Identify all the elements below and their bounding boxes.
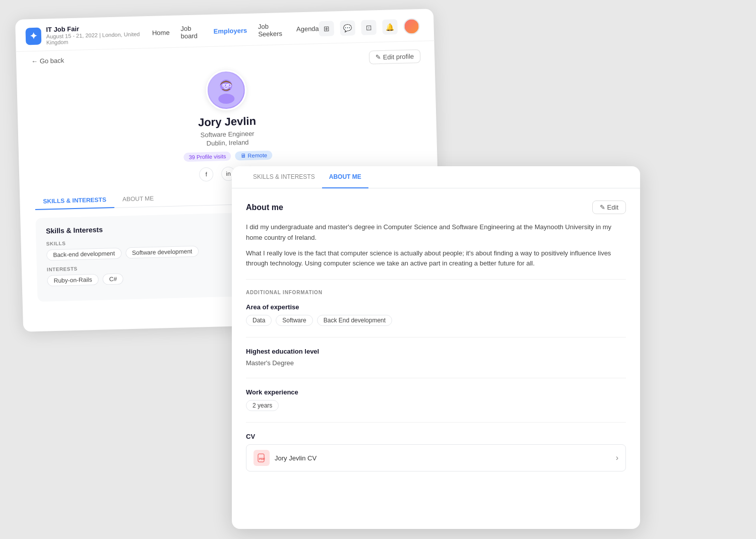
brand-subtitle: August 15 - 21, 2022 | London, United Ki… [46,31,153,45]
education-title: Highest education level [246,348,626,355]
nav-employers[interactable]: Employers [213,27,247,35]
tag-ruby: Ruby-on-Rails [47,274,99,287]
profile-avatar [206,70,247,111]
nav-agenda[interactable]: Agenda [296,25,319,33]
messages-icon[interactable]: ⊞ [319,21,334,36]
facebook-icon[interactable]: f [199,167,214,182]
divider-3 [246,378,626,378]
about-title: About me [246,203,283,212]
pdf-icon: PDF [254,450,270,466]
bell-icon[interactable]: 🔔 [382,19,398,35]
tag-backend-dev: Back End development [317,315,392,326]
remote-badge: 🖥 Remote [235,151,272,161]
divider [246,279,626,280]
nav-icons: ⊞ 💬 ⊡ 🔔 [319,18,420,36]
profile-title: Software Engineer [200,130,254,139]
cv-filename: Jory Jevlin CV [275,454,317,462]
about-text-2: What I really love is the fact that comp… [246,248,626,270]
nav-job-board[interactable]: Job board [180,24,203,40]
tab-about-me[interactable]: ABOUT ME [114,190,162,208]
chat-icon[interactable]: 💬 [340,20,355,36]
about-edit-button[interactable]: ✎ Edit [592,200,626,214]
tag-data: Data [246,315,272,326]
brand-info: IT Job Fair August 15 - 21, 2022 | Londo… [46,23,152,45]
about-header: About me ✎ Edit [246,200,626,214]
work-experience-tags: 2 years [246,400,626,411]
cv-block: CV PDF Jory Jevlin CV › [246,433,626,471]
education-block: Highest education level Master's Degree [246,348,626,367]
expertise-title: Area of expertise [246,303,626,311]
additional-info-label: ADDITIONAL INFORMATION [246,290,626,295]
profile-card-front: SKILLS & INTERESTS ABOUT ME About me ✎ E… [232,166,640,529]
nav-job-seekers[interactable]: Job Seekers [258,22,286,37]
tag-years: 2 years [246,400,279,411]
cv-left: PDF Jory Jevlin CV [254,450,317,466]
work-experience-block: Work experience 2 years [246,388,626,411]
tag-software: Software development [125,246,199,259]
tag-software-exp: Software [276,315,312,326]
arrow-right-icon: › [616,453,618,462]
grid-icon[interactable]: ⊡ [361,20,376,35]
go-back-button[interactable]: ← Go back [31,47,419,65]
front-tab-skills[interactable]: SKILLS & INTERESTS [246,166,322,188]
divider-4 [246,422,626,423]
user-avatar[interactable] [403,18,420,34]
front-tabs: SKILLS & INTERESTS ABOUT ME [232,166,640,188]
work-experience-title: Work experience [246,388,626,396]
brand-logo: ✦ [25,27,41,45]
nav-links: Home Job board Employers Job Seekers Age… [152,21,319,41]
expertise-tags: Data Software Back End development [246,315,626,326]
edit-profile-button[interactable]: ✎ Edit profile [369,49,421,64]
profile-location: Dublin, Ireland [206,139,248,147]
divider-2 [246,337,626,338]
cv-download-row[interactable]: PDF Jory Jevlin CV › [246,444,626,471]
front-tab-about[interactable]: ABOUT ME [322,166,368,188]
tag-backend: Back-end development [46,248,121,261]
tab-skills-interests[interactable]: SKILLS & INTERESTS [35,192,114,210]
profile-name: Jory Jevlin [198,115,257,129]
profile-badges: 39 Profile visits 🖥 Remote [183,151,272,162]
tag-csharp: C# [102,274,123,285]
education-value: Master's Degree [246,359,626,367]
cv-title: CV [246,433,626,440]
nav-home[interactable]: Home [152,29,170,37]
svg-text:PDF: PDF [259,457,265,460]
front-body: About me ✎ Edit I did my undergraduate a… [232,188,640,495]
visits-badge: 39 Profile visits [183,152,231,162]
about-text-1: I did my undergraduate and master's degr… [246,222,626,243]
monitor-icon: 🖥 [240,153,245,159]
brand: ✦ IT Job Fair August 15 - 21, 2022 | Lon… [25,23,152,46]
area-of-expertise-block: Area of expertise Data Software Back End… [246,303,626,326]
